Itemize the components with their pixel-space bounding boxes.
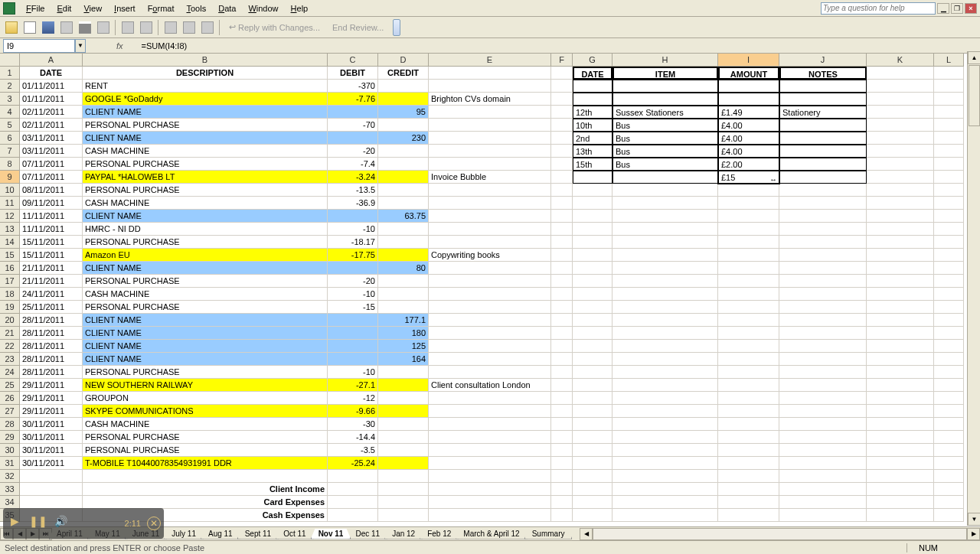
scroll-thumb[interactable] bbox=[969, 65, 980, 126]
cell[interactable] bbox=[573, 223, 612, 236]
cell-note-18[interactable] bbox=[429, 288, 551, 301]
cell[interactable] bbox=[718, 249, 779, 262]
cell[interactable] bbox=[551, 509, 573, 522]
cell[interactable] bbox=[612, 431, 718, 444]
horizontal-scrollbar[interactable]: ◀ ▶ bbox=[580, 528, 980, 540]
side-header-I[interactable]: AMOUNT bbox=[718, 67, 779, 80]
cell[interactable] bbox=[867, 288, 934, 301]
cell[interactable] bbox=[718, 314, 779, 327]
cell[interactable] bbox=[573, 509, 612, 522]
cell[interactable] bbox=[867, 366, 934, 379]
cell[interactable] bbox=[779, 197, 867, 210]
cell-date-28[interactable]: 30/11/2011 bbox=[20, 418, 83, 431]
cell[interactable] bbox=[551, 392, 573, 405]
cell-desc-25[interactable]: NEW SOUTHERN RAILWAY bbox=[83, 379, 328, 392]
cell[interactable] bbox=[867, 431, 934, 444]
open-button[interactable] bbox=[3, 19, 20, 36]
cell-note-4[interactable] bbox=[429, 106, 551, 119]
cell-note-13[interactable] bbox=[429, 223, 551, 236]
cell[interactable] bbox=[934, 444, 964, 457]
cell[interactable] bbox=[867, 158, 934, 171]
cell-note-19[interactable] bbox=[429, 301, 551, 314]
cell[interactable] bbox=[551, 405, 573, 418]
cell-note-3[interactable]: Brighton CVs domain bbox=[429, 93, 551, 106]
cell[interactable] bbox=[551, 106, 573, 119]
row-header-1[interactable]: 1 bbox=[0, 67, 20, 80]
cell[interactable] bbox=[779, 353, 867, 366]
sheet-tab-july-11[interactable]: July 11 bbox=[164, 529, 204, 539]
cell[interactable] bbox=[934, 340, 964, 353]
cell[interactable] bbox=[551, 119, 573, 132]
cell[interactable] bbox=[612, 288, 718, 301]
cell[interactable] bbox=[934, 496, 964, 509]
cell-desc-2[interactable]: RENT bbox=[83, 80, 328, 93]
cell-date-14[interactable]: 15/11/2011 bbox=[20, 236, 83, 249]
cell-debit-10[interactable]: -13.5 bbox=[328, 184, 378, 197]
cell[interactable] bbox=[779, 210, 867, 223]
cell[interactable] bbox=[573, 418, 612, 431]
cell-date-22[interactable]: 28/11/2011 bbox=[20, 340, 83, 353]
row-header-2[interactable]: 2 bbox=[0, 80, 20, 93]
cell-note-29[interactable] bbox=[429, 431, 551, 444]
cell[interactable] bbox=[612, 249, 718, 262]
cell-date-24[interactable]: 28/11/2011 bbox=[20, 366, 83, 379]
cell-debit-11[interactable]: -36.9 bbox=[328, 197, 378, 210]
cell[interactable] bbox=[934, 158, 964, 171]
cell-desc-26[interactable]: GROUPON bbox=[83, 392, 328, 405]
side-cell-4-notes[interactable]: Stationery bbox=[779, 106, 867, 119]
scroll-up-button[interactable]: ▲ bbox=[968, 51, 980, 64]
cell[interactable] bbox=[867, 470, 934, 483]
menu-data[interactable]: Data bbox=[212, 2, 242, 15]
cell-desc-29[interactable]: PERSONAL PURCHASE bbox=[83, 431, 328, 444]
side-cell-6-item[interactable]: Bus bbox=[612, 132, 718, 145]
cell-debit-2[interactable]: -370 bbox=[328, 80, 378, 93]
row-header-25[interactable]: 25 bbox=[0, 379, 20, 392]
cell[interactable] bbox=[551, 496, 573, 509]
cell-desc-18[interactable]: CASH MACHINE bbox=[83, 288, 328, 301]
row-header-10[interactable]: 10 bbox=[0, 184, 20, 197]
side-cell-2-item[interactable] bbox=[612, 80, 718, 93]
cell[interactable] bbox=[573, 366, 612, 379]
print-button[interactable] bbox=[77, 19, 93, 36]
cell[interactable] bbox=[612, 327, 718, 340]
cell-desc-17[interactable]: PERSONAL PURCHASE bbox=[83, 275, 328, 288]
cell[interactable] bbox=[573, 236, 612, 249]
cell-debit-34[interactable] bbox=[328, 496, 378, 509]
cell-debit-18[interactable]: -10 bbox=[328, 288, 378, 301]
cell[interactable] bbox=[779, 392, 867, 405]
cell-date-2[interactable]: 01/11/2011 bbox=[20, 80, 83, 93]
cell[interactable] bbox=[551, 67, 573, 80]
cell-date-19[interactable]: 25/11/2011 bbox=[20, 301, 83, 314]
cell-note-7[interactable] bbox=[429, 145, 551, 158]
cell-date-12[interactable]: 11/11/2011 bbox=[20, 210, 83, 223]
cell[interactable] bbox=[934, 106, 964, 119]
cell[interactable] bbox=[867, 340, 934, 353]
cell[interactable] bbox=[551, 158, 573, 171]
column-header-J[interactable]: J bbox=[779, 54, 867, 67]
cell-debit-21[interactable] bbox=[328, 327, 378, 340]
preview-button[interactable] bbox=[95, 19, 112, 36]
cell-note-12[interactable] bbox=[429, 210, 551, 223]
side-cell-3-notes[interactable] bbox=[779, 93, 867, 106]
cell[interactable] bbox=[551, 314, 573, 327]
cell[interactable] bbox=[573, 392, 612, 405]
cell[interactable] bbox=[612, 509, 718, 522]
cell-credit-22[interactable]: 125 bbox=[378, 340, 429, 353]
cell[interactable] bbox=[612, 184, 718, 197]
cell-date-29[interactable]: 30/11/2011 bbox=[20, 431, 83, 444]
side-cell-6-date[interactable]: 2nd bbox=[573, 132, 612, 145]
cell-credit-35[interactable] bbox=[378, 509, 429, 522]
cell[interactable] bbox=[551, 210, 573, 223]
cell[interactable] bbox=[573, 275, 612, 288]
cell-credit-21[interactable]: 180 bbox=[378, 327, 429, 340]
cell-credit-18[interactable] bbox=[378, 288, 429, 301]
cell[interactable] bbox=[934, 353, 964, 366]
cell-date-26[interactable]: 29/11/2011 bbox=[20, 392, 83, 405]
cell-note-5[interactable] bbox=[429, 119, 551, 132]
cell-credit-10[interactable] bbox=[378, 184, 429, 197]
cell[interactable] bbox=[551, 444, 573, 457]
side-cell-3-item[interactable] bbox=[612, 93, 718, 106]
cell-debit-3[interactable]: -7.76 bbox=[328, 93, 378, 106]
close-button[interactable]: × bbox=[965, 3, 977, 14]
cell[interactable] bbox=[867, 184, 934, 197]
